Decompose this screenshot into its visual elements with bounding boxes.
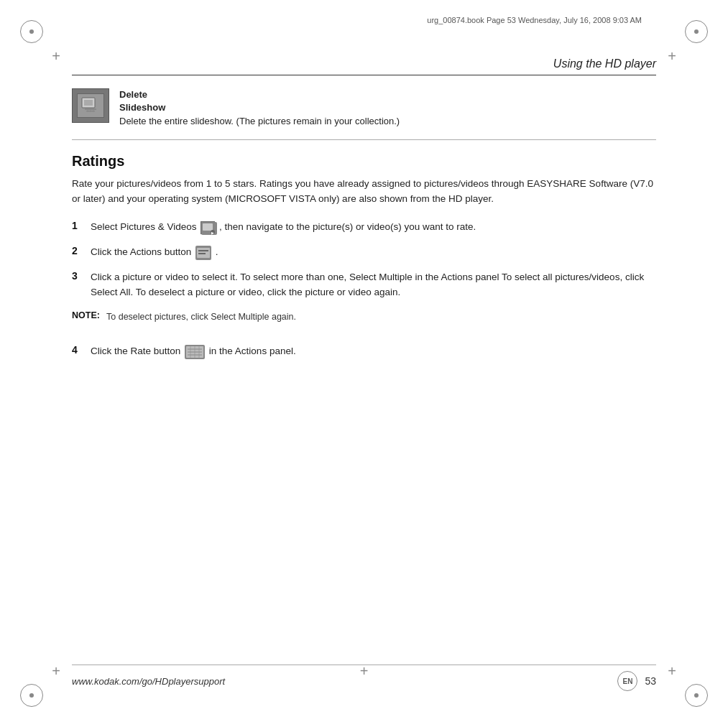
- step-1-text: Select Pictures & Videos ▶ , then naviga…: [91, 220, 656, 235]
- delete-slideshow-text: Delete Slideshow Delete the entire slide…: [119, 88, 400, 126]
- delete-slideshow-description: Delete the entire slideshow. (The pictur…: [119, 116, 400, 126]
- step-3-text: Click a picture or video to select it. T…: [91, 270, 656, 300]
- delete-slideshow-icon-box: [72, 88, 109, 123]
- step-4-text: Click the Rate button: [91, 344, 656, 359]
- step-4: 4 Click the Rate button: [72, 344, 656, 359]
- footer-url: www.kodak.com/go/HDplayersupport: [72, 676, 225, 687]
- note-text: To deselect pictures, click Select Multi…: [106, 310, 656, 324]
- ratings-intro: Rate your pictures/videos from 1 to 5 st…: [72, 177, 656, 207]
- svg-rect-13: [198, 250, 208, 251]
- step-4-number: 4: [72, 344, 88, 356]
- svg-text:▶: ▶: [211, 231, 214, 235]
- page-title: Using the HD player: [553, 57, 656, 70]
- reg-mark-top-right: [685, 20, 708, 43]
- step-2: 2 Click the Actions button .: [72, 245, 656, 260]
- step-2-number: 2: [72, 245, 88, 256]
- pictures-videos-icon: ▶: [201, 221, 215, 234]
- page-number: 53: [645, 675, 656, 687]
- cross-bottom-right: [665, 664, 679, 678]
- cross-bottom-left: [49, 664, 63, 678]
- top-meta: urg_00874.book Page 53 Wednesday, July 1…: [57, 16, 671, 24]
- ratings-heading: Ratings: [72, 153, 656, 170]
- delete-slideshow-icon: [77, 93, 104, 118]
- delete-slideshow-label: Delete Slideshow: [119, 88, 400, 114]
- note-label: NOTE:: [72, 310, 103, 320]
- svg-rect-1: [84, 100, 93, 106]
- actions-button-icon: [195, 246, 211, 260]
- step-3-number: 3: [72, 270, 88, 282]
- step-1: 1 Select Pictures & Videos ▶ , then navi…: [72, 220, 656, 235]
- note-step: NOTE: To deselect pictures, click Select…: [72, 310, 656, 334]
- reg-mark-bottom-right: [685, 684, 708, 707]
- page: urg_00874.book Page 53 Wednesday, July 1…: [0, 0, 728, 727]
- footer-right: EN 53: [617, 671, 656, 691]
- language-badge: EN: [617, 671, 637, 691]
- step-3: 3 Click a picture or video to select it.…: [72, 270, 656, 300]
- page-title-bar: Using the HD player: [72, 57, 656, 75]
- steps-list: 1 Select Pictures & Videos ▶ , then navi…: [72, 220, 656, 359]
- footer-bar: www.kodak.com/go/HDplayersupport EN 53: [72, 665, 656, 691]
- reg-mark-top-left: [20, 20, 43, 43]
- svg-rect-14: [198, 253, 206, 254]
- content-area: Using the HD player: [72, 57, 656, 670]
- rate-button-icon: [185, 345, 205, 359]
- step-1-number: 1: [72, 220, 88, 231]
- delete-slideshow-row: Delete Slideshow Delete the entire slide…: [72, 88, 656, 140]
- reg-mark-bottom-left: [20, 684, 43, 707]
- cross-top-left: [49, 49, 63, 63]
- delete-icon-svg: [80, 96, 101, 115]
- ratings-section: Ratings Rate your pictures/videos from 1…: [72, 153, 656, 359]
- cross-top-right: [665, 49, 679, 63]
- svg-rect-8: [203, 223, 213, 231]
- step-2-text: Click the Actions button .: [91, 245, 656, 260]
